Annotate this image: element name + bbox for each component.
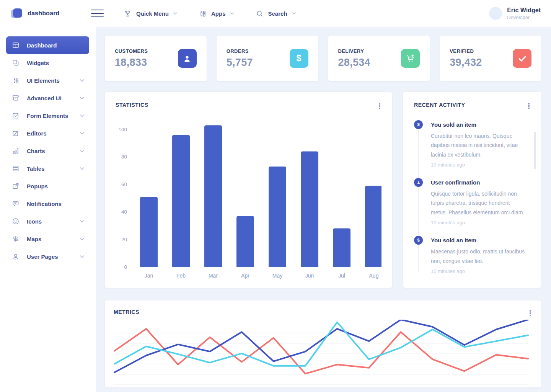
- nav-item-quick-menu[interactable]: Quick Menu: [124, 10, 177, 18]
- x-tick-label: May: [272, 273, 282, 279]
- sidebar-item-label: Advanced UI: [27, 95, 62, 101]
- sidebar-item-editors[interactable]: Editors: [6, 124, 89, 142]
- sidebar-item-label: Maps: [27, 236, 41, 242]
- y-tick-label: 40: [121, 209, 127, 215]
- user-menu[interactable]: Eric Widget Developer: [489, 7, 541, 20]
- kebab-menu-icon[interactable]: [527, 102, 531, 110]
- sidebar-item-label: Notifications: [27, 201, 62, 207]
- chevron-down-icon: [230, 12, 234, 15]
- bar-jun: [301, 151, 318, 267]
- metrics-line-chart: [114, 320, 529, 385]
- sidebar-item-charts[interactable]: Charts: [6, 142, 89, 160]
- top-navbar: dashboard Quick MenuAppsSearch Eric Widg…: [0, 0, 551, 27]
- activity-item: User confirmationQuisque tortor ligula, …: [414, 178, 531, 225]
- activity-item: $You sold an itemCurabitur non leo mauri…: [414, 120, 531, 168]
- kebab-menu-icon[interactable]: [378, 102, 381, 110]
- sidebar-item-maps[interactable]: Maps: [6, 230, 89, 248]
- nav-item-apps[interactable]: Apps: [199, 10, 234, 18]
- x-tick-label: Apr: [241, 273, 249, 279]
- stat-card-value: 28,534: [338, 57, 370, 69]
- chevron-down-icon: [80, 167, 84, 170]
- x-tick-label: Jun: [305, 273, 314, 279]
- bar-jul: [333, 228, 350, 267]
- bar-may: [269, 167, 286, 267]
- y-tick-label: 0: [124, 264, 127, 270]
- chevron-down-icon: [80, 114, 84, 117]
- stat-card-delivery: DELIVERY28,534: [328, 36, 430, 81]
- y-tick-label: 80: [121, 154, 127, 160]
- statistics-title: STATISTICS: [116, 102, 148, 108]
- cart-plus-icon: [406, 54, 416, 64]
- dollar-circle-icon: $: [417, 238, 419, 242]
- x-tick-label: Jul: [338, 273, 345, 279]
- bar-apr: [236, 216, 254, 267]
- sidebar-item-label: Charts: [27, 148, 45, 154]
- user-name: Eric Widget: [507, 7, 541, 14]
- activity-timestamp: 10 minutes ago: [431, 220, 527, 225]
- stat-card-value: 5,757: [227, 57, 253, 69]
- stat-card-customers: CUSTOMERS18,833: [105, 36, 207, 81]
- sidebar-item-label: User Pages: [27, 253, 58, 260]
- sidebar-item-label: Popups: [27, 183, 48, 189]
- sidebar-item-icons[interactable]: Icons: [6, 212, 89, 230]
- tables-icon: [12, 165, 20, 172]
- sidebar-item-popups[interactable]: Popups: [6, 177, 89, 195]
- navbar-menu: Quick MenuAppsSearch: [124, 10, 296, 18]
- sidebar-item-advanced-ui[interactable]: Advanced UI: [6, 89, 89, 107]
- activity-badge: $: [414, 120, 423, 129]
- kebab-menu-icon[interactable]: [528, 309, 532, 317]
- sidebar-item-user-pages[interactable]: User Pages: [6, 248, 89, 265]
- sidebar-item-form-elements[interactable]: Form Elements: [6, 107, 89, 124]
- chevron-down-icon: [80, 150, 84, 152]
- dollar-circle-icon: $: [417, 122, 419, 127]
- avatar: [489, 7, 502, 20]
- activity-description: Maecenas justo odio, mattis ut faucibus …: [431, 247, 527, 266]
- activity-badge: $: [414, 236, 423, 245]
- hamburger-menu-icon[interactable]: [89, 7, 106, 20]
- notifications-icon: [12, 200, 20, 207]
- chevron-down-icon: [173, 12, 177, 15]
- sidebar-item-dashboard[interactable]: Dashboard: [6, 36, 89, 54]
- dashboard-icon: [12, 41, 20, 49]
- chevron-down-icon: [80, 79, 84, 82]
- sidebar: DashboardWidgetsUI ElementsAdvanced UIFo…: [0, 27, 96, 392]
- bar-aug: [365, 186, 381, 267]
- chevron-down-icon: [80, 97, 84, 100]
- trophy-icon: [124, 10, 132, 18]
- nav-item-label: Search: [268, 10, 287, 17]
- activity-item: $You sold an itemMaecenas justo odio, ma…: [414, 236, 531, 274]
- activity-description: Curabitur non leo mauris. Quisque dapibu…: [431, 131, 527, 159]
- sidebar-item-label: UI Elements: [27, 77, 60, 84]
- brand-name: dashboard: [28, 10, 60, 17]
- search-icon: [256, 10, 264, 18]
- stat-card-verified: VERIFIED39,432: [440, 36, 541, 81]
- advanced-ui-icon: [12, 94, 20, 102]
- signpost-icon: [12, 235, 20, 243]
- nav-item-search[interactable]: Search: [256, 10, 296, 18]
- y-tick-label: 100: [118, 127, 127, 132]
- sidebar-item-ui-elements[interactable]: UI Elements: [6, 72, 89, 89]
- bar-feb: [172, 135, 190, 267]
- smiley-icon: [12, 217, 20, 225]
- stat-card-value: 18,833: [115, 57, 148, 69]
- sidebar-item-label: Dashboard: [27, 42, 57, 49]
- statistics-bar-chart: 020406080100JanFebMarAprMayJunJulAug: [116, 116, 381, 281]
- activity-scrollbar[interactable]: [534, 132, 536, 169]
- stat-card-icon-box: [178, 49, 197, 68]
- y-tick-label: 20: [121, 237, 127, 242]
- editors-icon: [12, 129, 20, 137]
- sidebar-item-notifications[interactable]: Notifications: [6, 195, 89, 212]
- sidebar-item-widgets[interactable]: Widgets: [6, 54, 89, 72]
- user-circle-icon: [416, 180, 421, 185]
- ui-elements-icon: [12, 77, 20, 84]
- user-role: Developer: [507, 15, 541, 20]
- bar-jan: [140, 197, 158, 267]
- chevron-down-icon: [80, 132, 84, 135]
- activity-badge: [414, 178, 423, 187]
- x-tick-label: Aug: [369, 273, 379, 279]
- app-logo[interactable]: [13, 8, 23, 18]
- dollar-icon: $: [297, 53, 302, 64]
- sidebar-item-tables[interactable]: Tables: [6, 160, 89, 177]
- stat-card-icon-box: [401, 49, 420, 68]
- stat-card-value: 39,432: [450, 57, 482, 69]
